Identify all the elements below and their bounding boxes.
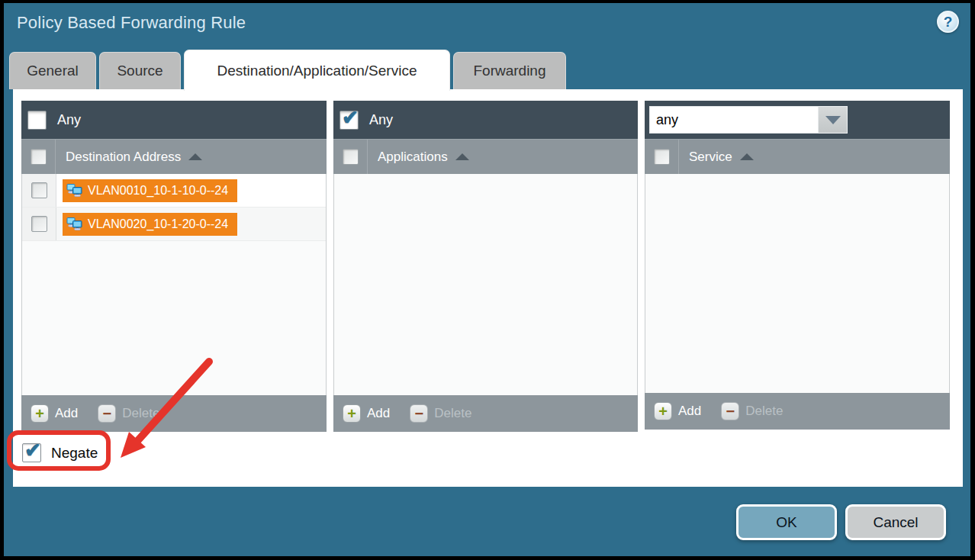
minus-icon: −: [721, 402, 739, 420]
cancel-button[interactable]: Cancel: [845, 504, 946, 540]
address-object-badge[interactable]: VLAN0020_10-1-20-0--24: [63, 213, 237, 236]
sort-ascending-icon: [455, 153, 469, 160]
tab-destination-application-service[interactable]: Destination/Application/Service: [184, 50, 450, 91]
negate-label: Negate: [51, 445, 98, 462]
ok-button[interactable]: OK: [736, 504, 837, 540]
negate-row: ✔ Negate: [22, 443, 98, 462]
pbf-rule-dialog: Policy Based Forwarding Rule ? General S…: [4, 3, 970, 556]
negate-checkbox[interactable]: ✔: [22, 443, 41, 462]
plus-icon: +: [654, 402, 672, 420]
checkmark-icon: ✔: [24, 439, 41, 462]
applications-column-header: Applications: [333, 139, 638, 174]
destination-any-label: Any: [57, 112, 81, 128]
tab-bar: General Source Destination/Application/S…: [9, 49, 566, 89]
destination-column-label[interactable]: Destination Address: [66, 150, 181, 165]
service-dropdown-value: any: [649, 106, 819, 134]
service-delete-button[interactable]: − Delete: [721, 402, 783, 420]
service-footer: + Add − Delete: [645, 393, 950, 430]
service-panel: any Service + Add −: [645, 101, 950, 430]
minus-icon: −: [98, 404, 116, 423]
applications-any-header: ✔ Any: [333, 101, 638, 139]
tab-general[interactable]: General: [9, 52, 96, 89]
sort-ascending-icon: [740, 153, 754, 160]
service-header: any: [645, 101, 950, 139]
sort-ascending-icon: [188, 153, 202, 160]
applications-list: [333, 174, 638, 395]
destination-any-header: Any: [21, 101, 327, 139]
destination-panel: Any Destination Address: [21, 101, 327, 432]
applications-panel: ✔ Any Applications + Add − Delet: [333, 101, 638, 432]
checkmark-icon: ✔: [342, 106, 359, 130]
tab-source[interactable]: Source: [99, 52, 181, 89]
destination-column-header: Destination Address: [21, 139, 327, 174]
plus-icon: +: [31, 404, 49, 423]
dialog-content: Any Destination Address: [13, 89, 963, 487]
address-object-icon: [66, 217, 82, 230]
screenshot-frame: Policy Based Forwarding Rule ? General S…: [0, 0, 975, 560]
tab-forwarding[interactable]: Forwarding: [453, 52, 566, 89]
applications-select-all-checkbox[interactable]: [343, 149, 359, 165]
destination-select-all-checkbox[interactable]: [31, 149, 47, 165]
applications-add-button[interactable]: + Add: [343, 404, 390, 423]
dialog-title: Policy Based Forwarding Rule: [17, 13, 246, 33]
applications-any-checkbox[interactable]: ✔: [339, 111, 359, 130]
chevron-down-icon[interactable]: [819, 106, 848, 134]
destination-list: VLAN0010_10-1-10-0--24: [21, 174, 327, 395]
minus-icon: −: [410, 404, 428, 423]
address-object-label: VLAN0010_10-1-10-0--24: [88, 184, 228, 198]
service-list: [645, 174, 950, 393]
destination-any-checkbox[interactable]: [27, 111, 47, 130]
applications-any-label: Any: [369, 112, 393, 128]
applications-column-label[interactable]: Applications: [378, 150, 448, 165]
applications-delete-button[interactable]: − Delete: [410, 404, 471, 423]
service-column-header: Service: [645, 139, 950, 174]
table-row[interactable]: VLAN0010_10-1-10-0--24: [22, 174, 326, 208]
row-checkbox[interactable]: [31, 182, 47, 198]
plus-icon: +: [343, 404, 361, 423]
address-object-badge[interactable]: VLAN0010_10-1-10-0--24: [63, 179, 237, 202]
address-object-label: VLAN0020_10-1-20-0--24: [88, 217, 228, 231]
address-object-icon: [66, 184, 82, 197]
row-checkbox[interactable]: [31, 216, 47, 232]
service-column-label[interactable]: Service: [689, 150, 732, 165]
table-row[interactable]: VLAN0020_10-1-20-0--24: [22, 208, 326, 241]
destination-delete-button[interactable]: − Delete: [98, 404, 159, 423]
service-select-all-checkbox[interactable]: [654, 149, 670, 165]
destination-add-button[interactable]: + Add: [31, 404, 78, 423]
help-icon[interactable]: ?: [937, 11, 959, 33]
destination-footer: + Add − Delete: [21, 395, 327, 432]
service-dropdown[interactable]: any: [649, 106, 848, 134]
service-add-button[interactable]: + Add: [654, 402, 701, 420]
applications-footer: + Add − Delete: [333, 395, 638, 432]
